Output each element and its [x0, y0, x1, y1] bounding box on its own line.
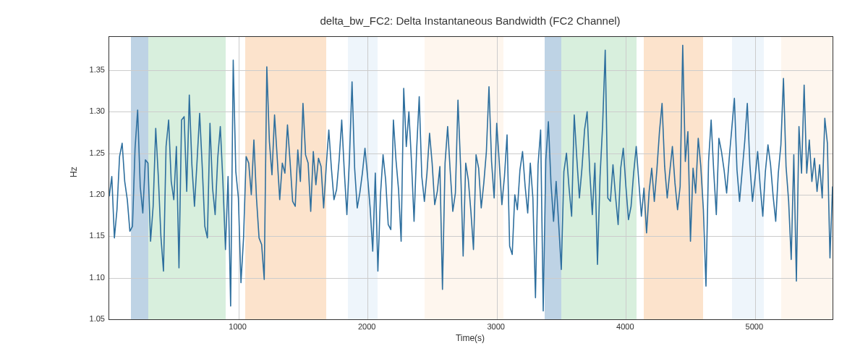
- y-tick-label: 1.35: [69, 65, 105, 74]
- x-tick-label: 3000: [475, 322, 518, 331]
- grid-line-h: [109, 319, 833, 320]
- y-tick-label: 1.30: [69, 106, 105, 115]
- y-tick-label: 1.15: [69, 231, 105, 240]
- data-line: [109, 45, 833, 311]
- y-tick-label: 1.20: [69, 190, 105, 198]
- chart-container: [109, 36, 832, 319]
- y-axis-label: Hz: [69, 167, 79, 177]
- x-tick-label: 2000: [345, 322, 388, 331]
- chart-title: delta_bw_FC2: Delta Instantaneous Bandwi…: [109, 14, 832, 27]
- x-tick-label: 5000: [733, 322, 776, 331]
- y-tick-label: 1.05: [69, 314, 105, 323]
- x-axis-label: Time(s): [109, 333, 832, 343]
- y-tick-label: 1.10: [69, 273, 105, 282]
- line-svg: [109, 37, 833, 319]
- plot-area: [109, 36, 833, 320]
- x-tick-label: 1000: [216, 322, 260, 331]
- y-tick-label: 1.25: [69, 148, 105, 157]
- x-tick-label: 4000: [603, 322, 647, 331]
